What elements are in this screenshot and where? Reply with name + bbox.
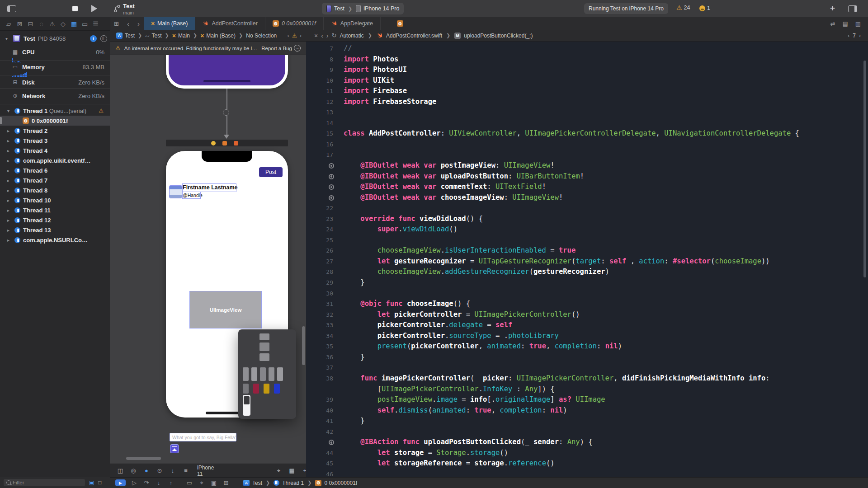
add-editor-icon[interactable]: ▥: [855, 20, 861, 27]
gauge-memory[interactable]: ▭Memory83.3 MB: [0, 62, 110, 72]
tab-appdelegate[interactable]: AppDelegate: [324, 17, 381, 30]
breadcrumb-item[interactable]: Test: [125, 33, 135, 39]
activity-status[interactable]: Running Test on iPhone 14 Pro: [584, 3, 668, 14]
code-line[interactable]: [344, 118, 863, 129]
exit-dock-icon[interactable]: [234, 141, 238, 145]
breakpoint-tab-gear-icon[interactable]: ⚙: [397, 20, 403, 27]
breakpoints-toggle-button[interactable]: ▶: [115, 479, 126, 486]
code-line[interactable]: }: [344, 352, 863, 363]
warning-count-badge[interactable]: ⚠ 24: [676, 4, 690, 11]
forward-icon[interactable]: ›: [326, 32, 329, 39]
disclosure-icon[interactable]: ▸: [7, 228, 12, 233]
issue-stepper[interactable]: ‹ ⚠ ›: [288, 32, 306, 39]
disclosure-icon[interactable]: ▸: [7, 238, 12, 243]
source-editor[interactable]: 7891011121314151617222324252627282930313…: [306, 42, 868, 477]
code-line[interactable]: }: [344, 416, 863, 427]
code-line[interactable]: import FirebaseStorage: [344, 97, 863, 108]
disclosure-icon[interactable]: ▾: [7, 108, 12, 113]
photo-thumbnail[interactable]: [269, 367, 274, 381]
go-back-icon[interactable]: ‹: [123, 20, 133, 28]
photo-thumbnail[interactable]: [259, 353, 269, 361]
first-responder-dock-icon[interactable]: [222, 141, 227, 145]
counter-back-icon[interactable]: ‹: [848, 33, 849, 39]
photo-thumbnail[interactable]: [277, 367, 283, 381]
ib-connection-icon[interactable]: [329, 440, 334, 445]
code-line[interactable]: [344, 107, 863, 118]
code-line[interactable]: @IBAction func uploadPostButtonClicked(_…: [344, 437, 863, 448]
scheme-selector[interactable]: Test ❯ iPhone 14 Pro: [322, 3, 404, 14]
process-row[interactable]: ▾ Test PID 84058 i: [0, 33, 110, 44]
code-line[interactable]: @IBOutlet weak var commentText: UITextFi…: [344, 182, 863, 192]
update-frames-icon[interactable]: ⌖: [275, 467, 282, 474]
thread-row[interactable]: ▸Thread 4: [0, 145, 110, 155]
report-navigator-icon[interactable]: ☰: [92, 20, 99, 28]
issue-navigator-icon[interactable]: ⚠: [48, 20, 56, 28]
avatar-image-view[interactable]: [170, 186, 182, 198]
counter-forward-icon[interactable]: ›: [859, 33, 861, 39]
stop-button[interactable]: [72, 6, 78, 11]
run-destination-name[interactable]: iPhone 14 Pro: [363, 5, 399, 12]
step-into-icon[interactable]: ↓: [155, 479, 162, 486]
go-forward-icon[interactable]: ›: [133, 20, 144, 28]
debug-breadcrumb-item[interactable]: Thread 1: [282, 480, 304, 486]
code-line[interactable]: class AddPostController: UIViewControlle…: [344, 128, 863, 139]
code-line[interactable]: [344, 150, 863, 160]
code-line[interactable]: [344, 427, 863, 437]
disclosure-icon[interactable]: ▸: [7, 178, 12, 183]
code-line[interactable]: @IBOutlet weak var uploadPostButton: UIB…: [344, 171, 863, 182]
code-line[interactable]: postImageView.image = info[.originalImag…: [344, 394, 863, 405]
related-items-icon[interactable]: ↻: [332, 32, 337, 39]
code-line[interactable]: let pickerController = UIImagePickerCont…: [344, 310, 863, 320]
photo-thumbnail[interactable]: [259, 343, 269, 351]
disclosure-icon[interactable]: ▸: [7, 198, 12, 203]
code-line[interactable]: import UIKit: [344, 75, 863, 86]
photo-thumbnail-yellow[interactable]: [264, 384, 269, 394]
code-line[interactable]: [344, 203, 863, 214]
debug-navigator-icon[interactable]: ▦: [70, 20, 78, 28]
code-line[interactable]: self.dismiss(animated: true, completion:…: [344, 405, 863, 416]
embed-icon[interactable]: ▦: [288, 467, 295, 474]
code-line[interactable]: [UIImagePickerController.InfoKey : Any])…: [344, 384, 863, 395]
adaptation-icon[interactable]: ⊙: [156, 467, 163, 474]
code-line[interactable]: }: [344, 277, 863, 288]
code-line[interactable]: @IBOutlet weak var postImageView: UIImag…: [344, 160, 863, 171]
code-line[interactable]: import PhotosUI: [344, 65, 863, 75]
photo-thumbnail[interactable]: [243, 367, 249, 381]
editor-options-icon[interactable]: ▤: [842, 20, 848, 27]
code-line[interactable]: //: [344, 43, 863, 54]
test-navigator-icon[interactable]: ◇: [59, 20, 67, 28]
disclosure-icon[interactable]: ▸: [7, 168, 12, 173]
project-navigator-icon[interactable]: ▱: [5, 20, 13, 28]
disclosure-icon[interactable]: ▸: [7, 138, 12, 143]
disclosure-icon[interactable]: ▸: [7, 128, 12, 133]
storyboard-breadcrumb[interactable]: ATest❯▱Test❯×Main❯×Main (Base)❯No Select…: [110, 33, 277, 39]
photo-thumbnail-red[interactable]: [253, 384, 259, 394]
gauge-cpu[interactable]: ▦CPU0%: [0, 47, 110, 57]
editor-scrollbar[interactable]: [863, 61, 866, 277]
disclosure-icon[interactable]: ▸: [7, 148, 12, 153]
debug-breadcrumb-item[interactable]: Test: [252, 480, 262, 486]
code-lines[interactable]: //import Photosimport PhotosUIimport UIK…: [344, 43, 863, 477]
jump-bar-file[interactable]: AddPostController.swift: [386, 33, 442, 39]
tab-overview-icon[interactable]: ⊞: [110, 20, 123, 27]
next-issue-icon[interactable]: ›: [300, 32, 302, 39]
code-line[interactable]: [344, 469, 863, 477]
thread-row[interactable]: ▸Thread 6: [0, 165, 110, 175]
thread-row[interactable]: ⚙0 0x0000001f: [0, 116, 110, 126]
jump-bar-symbol[interactable]: uploadPostButtonClicked(_:): [464, 33, 533, 39]
memory-graph-icon[interactable]: ▣: [210, 479, 217, 487]
code-line[interactable]: let storageReference = storage.reference…: [344, 458, 863, 469]
storyboard-canvas[interactable]: Post Firstname Lastname @Handle UIImageV…: [110, 55, 306, 464]
ib-connection-icon[interactable]: [329, 184, 334, 190]
thread-row[interactable]: ▸Thread 7: [0, 175, 110, 185]
code-line[interactable]: [344, 362, 863, 373]
breakpoint-navigator-icon[interactable]: ▭: [81, 20, 89, 28]
code-line[interactable]: pickerController.sourceType = .photoLibr…: [344, 331, 863, 342]
photo-thumbnail[interactable]: [259, 333, 269, 340]
jump-bar-nav[interactable]: Automatic: [340, 33, 363, 39]
orientation-icon[interactable]: ◎: [130, 467, 137, 474]
continue-icon[interactable]: ▷: [131, 479, 138, 486]
photo-thumbnail[interactable]: [251, 367, 257, 381]
code-line[interactable]: chooseImageView.addGestureRecognizer(ges…: [344, 267, 863, 277]
breadcrumb-item[interactable]: Test: [151, 33, 161, 39]
